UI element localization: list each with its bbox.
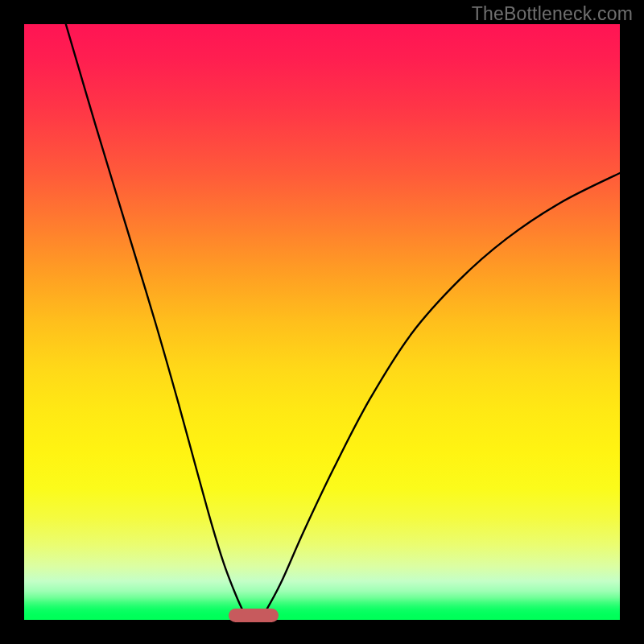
bottleneck-curve [24, 24, 620, 620]
minimum-marker [229, 609, 279, 622]
watermark-text: TheBottleneck.com [472, 3, 633, 25]
plot-area [24, 24, 620, 620]
chart-frame: TheBottleneck.com [0, 0, 644, 644]
curve-path [66, 24, 620, 617]
